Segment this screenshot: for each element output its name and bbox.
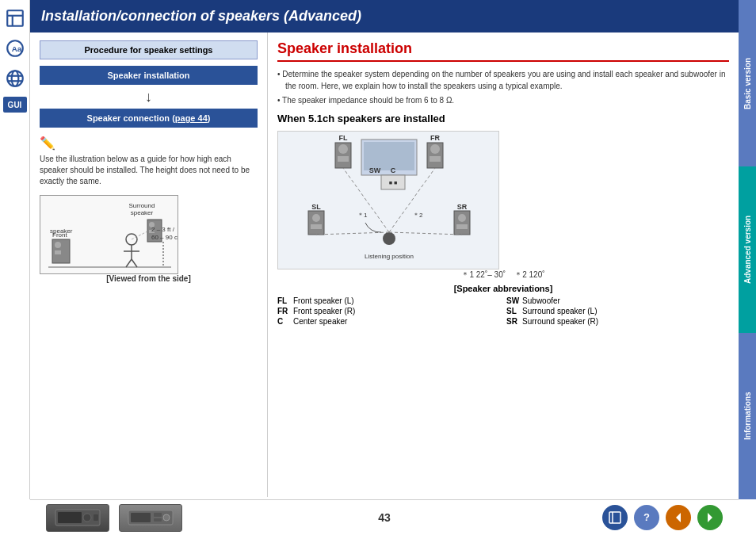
svg-rect-39 — [430, 156, 441, 162]
right-panel-columns: When 5.1ch speakers are installed ■ ■ — [277, 113, 729, 326]
svg-point-46 — [312, 214, 320, 222]
svg-text:C: C — [391, 166, 396, 174]
device-1-icon — [54, 506, 101, 529]
speaker-connection-step[interactable]: Speaker connection (page 44) — [40, 109, 258, 128]
device-1[interactable] — [46, 504, 109, 532]
illustration-note: Use the illustration below as a guide fo… — [40, 154, 258, 187]
abbrev-c-value: Center speaker — [293, 317, 347, 326]
device-2-icon — [127, 506, 174, 529]
svg-point-50 — [458, 214, 466, 222]
abbrev-sw: SW Subwoofer — [506, 296, 729, 305]
side-view-diagram: 2 – 3 ft / 60 – 90 cm Front speaker Surr… — [40, 195, 178, 274]
svg-text:SL: SL — [311, 203, 321, 211]
svg-text:SR: SR — [457, 203, 468, 211]
section-title: Speaker installation — [277, 40, 729, 62]
abbrev-sw-key: SW — [506, 296, 519, 305]
step2-label: Speaker connection ( — [87, 113, 175, 123]
svg-text:■ ■: ■ ■ — [389, 180, 397, 185]
svg-text:SW: SW — [369, 166, 381, 174]
svg-text:Aa: Aa — [11, 44, 21, 53]
svg-text:＊2: ＊2 — [413, 212, 423, 219]
tab-advanced-version[interactable]: Advanced version — [739, 166, 756, 333]
back-icon[interactable] — [666, 505, 691, 530]
svg-rect-60 — [58, 512, 82, 523]
svg-text:speaker: speaker — [131, 209, 154, 216]
svg-line-56 — [389, 232, 462, 235]
tab-basic-version[interactable]: Basic version — [739, 0, 756, 166]
svg-point-67 — [163, 514, 170, 521]
book-icon[interactable] — [3, 6, 27, 30]
speaker-diagram-col: When 5.1ch speakers are installed ■ ■ — [277, 113, 729, 326]
right-sidebar: Basic version Advanced version Informati… — [739, 0, 756, 499]
gui-icon[interactable]: GUI — [3, 97, 27, 113]
abbrev-sw-value: Subwoofer — [522, 296, 560, 305]
content-area: Procedure for speaker settings Speaker i… — [30, 32, 739, 497]
question-icon-svg: ? — [640, 510, 654, 525]
svg-rect-64 — [131, 513, 151, 522]
abbrev-fl-value: Front speaker (L) — [293, 296, 354, 305]
abbrev-fl: FL Front speaker (L) — [277, 296, 500, 305]
abbrev-sr: SR Surround speaker (R) — [506, 317, 729, 326]
svg-marker-71 — [676, 513, 681, 522]
svg-point-38 — [430, 144, 440, 154]
book-nav-icon[interactable] — [602, 505, 628, 530]
svg-text:?: ? — [643, 511, 650, 523]
abbrev-c: C Center speaker — [277, 317, 500, 326]
svg-text:FR: FR — [430, 134, 440, 142]
step2-suffix: ) — [208, 113, 211, 123]
forward-icon-svg — [703, 510, 717, 525]
svg-text:Surround: Surround — [129, 202, 155, 209]
svg-rect-65 — [154, 513, 162, 517]
book-icon-svg — [608, 510, 622, 525]
bullet1: • Determine the speaker system depending… — [277, 68, 729, 92]
step2-link[interactable]: page 44 — [175, 113, 208, 123]
svg-line-14 — [132, 259, 137, 267]
abbrev-fr-value: Front speaker (R) — [293, 307, 355, 315]
abbrev-sl-value: Surround speaker (L) — [522, 307, 598, 315]
abbrev-c-key: C — [277, 317, 290, 326]
note-icon: ✏️ — [40, 136, 258, 151]
forward-icon[interactable] — [697, 505, 723, 530]
page-header: Installation/connection of speakers (Adv… — [30, 0, 739, 32]
bottom-left — [46, 504, 182, 532]
svg-rect-17 — [55, 250, 61, 254]
abbrev-sr-value: Surround speaker (R) — [522, 317, 598, 326]
bottom-bar: 43 ? — [30, 499, 739, 535]
svg-point-6 — [11, 71, 18, 86]
svg-rect-62 — [94, 514, 98, 521]
when-5ch-title: When 5.1ch speakers are installed — [277, 113, 729, 124]
abbrev-fl-key: FL — [277, 296, 290, 305]
bullet2: • The speaker impedance should be from 6… — [277, 94, 729, 106]
speaker-installation-step: Speaker installation — [40, 66, 258, 85]
abbreviations-title: [Speaker abbreviations] — [277, 284, 729, 293]
main-content: Installation/connection of speakers (Adv… — [30, 0, 739, 499]
procedure-title: Procedure for speaker settings — [40, 40, 258, 59]
device-2[interactable] — [119, 504, 182, 532]
svg-rect-47 — [311, 224, 322, 229]
globe-icon[interactable] — [3, 67, 27, 90]
footnotes: ＊1 22˚– 30˚ ＊2 120˚ — [277, 269, 729, 281]
footnote1: ＊1 22˚– 30˚ — [461, 270, 506, 279]
svg-point-34 — [338, 144, 348, 154]
abbrev-sr-key: SR — [506, 317, 519, 326]
abbrev-fr: FR Front speaker (R) — [277, 307, 500, 315]
bullet-text: • Determine the speaker system depending… — [277, 68, 729, 106]
arrow-down-icon: ↓ — [40, 90, 258, 104]
svg-rect-16 — [55, 242, 61, 248]
5ch-speaker-diagram: ■ ■ FL FR C SW — [277, 131, 499, 269]
right-panel: Speaker installation • Determine the spe… — [268, 32, 739, 497]
svg-rect-68 — [609, 512, 620, 523]
svg-point-61 — [83, 514, 91, 522]
page-title: Installation/connection of speakers (Adv… — [41, 8, 361, 24]
svg-rect-35 — [338, 156, 349, 162]
svg-text:＊1: ＊1 — [357, 212, 368, 219]
left-sidebar: Aa GUI — [0, 0, 30, 499]
svg-point-43 — [383, 232, 395, 245]
abbrev-sl: SL Surround speaker (L) — [506, 307, 729, 315]
tab-informations[interactable]: Informations — [739, 333, 756, 499]
question-icon[interactable]: ? — [634, 505, 659, 530]
svg-point-5 — [7, 71, 23, 86]
abbrev-sl-key: SL — [506, 307, 519, 315]
dictionary-icon[interactable]: Aa — [3, 36, 27, 60]
back-icon-svg — [671, 510, 685, 525]
